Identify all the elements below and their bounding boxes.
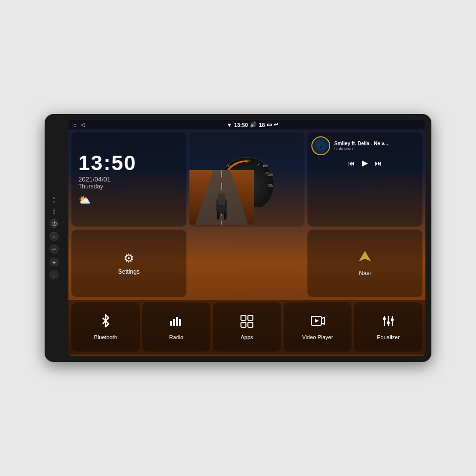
music-controls: ⏮ ▶ ⏭ <box>311 158 418 168</box>
back-status-icon[interactable]: ↩ <box>274 121 278 128</box>
back-button[interactable]: ↩ <box>50 245 59 254</box>
apps-label: Apps <box>240 334 253 340</box>
equalizer-label: Equalizer <box>377 334 400 340</box>
screen: ⌂ ◁ ▼ 13:50 🔊 18 ▭ ↩ 13:50 2021/04/01 Th… <box>68 120 425 356</box>
status-bar: ⌂ ◁ ▼ 13:50 🔊 18 ▭ ↩ <box>68 120 425 129</box>
nav-icon[interactable]: ◁ <box>81 121 85 128</box>
svg-rect-28 <box>173 319 175 326</box>
bluetooth-label: Bluetooth <box>94 334 117 340</box>
home-button[interactable]: ⌂ <box>50 232 59 241</box>
svg-rect-27 <box>170 321 172 326</box>
svg-rect-32 <box>248 315 253 320</box>
svg-rect-23 <box>218 193 225 204</box>
middle-spacer <box>189 230 304 298</box>
bottom-dock: Bluetooth Radio <box>68 300 425 355</box>
music-artist: Unknown <box>334 146 418 151</box>
clock-day: Thursday <box>78 183 179 190</box>
window-icon: ▭ <box>267 121 272 128</box>
music-header: ♪ Smiley ft. Delia - Ne v... Unknown <box>311 136 418 155</box>
svg-rect-34 <box>248 322 253 327</box>
clock-widget: 13:50 2021/04/01 Thursday ⛅ <box>71 132 186 227</box>
video-player-button[interactable]: Video Player <box>284 302 352 352</box>
side-buttons: MIC RST ⏻ ⌂ ↩ + - <box>50 197 59 280</box>
weather-icon: ⛅ <box>78 194 179 206</box>
music-info: Smiley ft. Delia - Ne v... Unknown <box>334 141 418 151</box>
wifi-signal-icon: ▼ <box>227 122 232 128</box>
volume-icon: 🔊 <box>250 121 257 128</box>
bluetooth-icon <box>99 314 113 331</box>
status-center: ▼ 13:50 🔊 18 ▭ ↩ <box>227 121 278 128</box>
clock-time: 13:50 <box>78 153 179 174</box>
svg-text:160: 160 <box>262 164 268 168</box>
road-scene <box>189 170 304 227</box>
video-label: Video Player <box>302 334 333 340</box>
svg-point-24 <box>217 211 220 220</box>
status-time: 13:50 <box>234 122 248 128</box>
svg-rect-31 <box>241 315 246 320</box>
next-button[interactable]: ⏭ <box>375 159 382 167</box>
music-title: Smiley ft. Delia - Ne v... <box>334 141 418 146</box>
rst-label: RST <box>53 208 56 215</box>
settings-button[interactable]: ⚙ Settings <box>71 230 186 298</box>
album-art: ♪ <box>311 136 330 155</box>
svg-point-25 <box>224 211 227 220</box>
radio-label: Radio <box>169 334 183 340</box>
album-icon: ♪ <box>319 142 323 150</box>
speedometer-widget: 40 80 120 160 200 240 0 km/h <box>189 132 304 227</box>
play-button[interactable]: ▶ <box>362 158 368 168</box>
apps-button[interactable]: Apps <box>213 302 281 352</box>
radio-button[interactable]: Radio <box>142 302 211 352</box>
power-button[interactable]: ⏻ <box>50 219 59 228</box>
clock-date: 2021/04/01 <box>78 176 179 183</box>
main-content: 13:50 2021/04/01 Thursday ⛅ <box>68 129 425 300</box>
svg-marker-36 <box>315 319 319 323</box>
settings-label: Settings <box>118 268 139 275</box>
video-icon <box>310 314 325 331</box>
navi-icon <box>358 250 372 267</box>
bluetooth-button[interactable]: Bluetooth <box>71 302 140 352</box>
home-icon[interactable]: ⌂ <box>73 122 77 128</box>
apps-icon <box>239 314 254 331</box>
prev-button[interactable]: ⏮ <box>348 159 355 167</box>
equalizer-icon <box>381 314 396 331</box>
vol-down-button[interactable]: - <box>50 271 59 280</box>
settings-icon: ⚙ <box>123 251 134 265</box>
vol-up-button[interactable]: + <box>50 258 59 267</box>
volume-level: 18 <box>259 122 265 128</box>
status-left: ⌂ ◁ <box>73 121 85 128</box>
svg-point-40 <box>387 321 390 324</box>
svg-marker-26 <box>359 251 370 261</box>
music-widget: ♪ Smiley ft. Delia - Ne v... Unknown ⏮ ▶… <box>307 132 422 227</box>
radio-icon <box>169 314 183 331</box>
svg-point-42 <box>391 318 394 321</box>
svg-rect-29 <box>176 317 178 326</box>
mic-label: MIC <box>53 197 56 204</box>
car-head-unit: MIC RST ⏻ ⌂ ↩ + - ⌂ ◁ ▼ 13:50 🔊 18 ▭ ↩ <box>45 114 431 362</box>
svg-rect-30 <box>179 319 181 326</box>
navi-label: Navi <box>359 270 371 277</box>
svg-rect-33 <box>241 322 246 327</box>
navi-button[interactable]: Navi <box>307 230 422 298</box>
equalizer-button[interactable]: Equalizer <box>354 302 422 352</box>
svg-point-38 <box>383 317 386 320</box>
